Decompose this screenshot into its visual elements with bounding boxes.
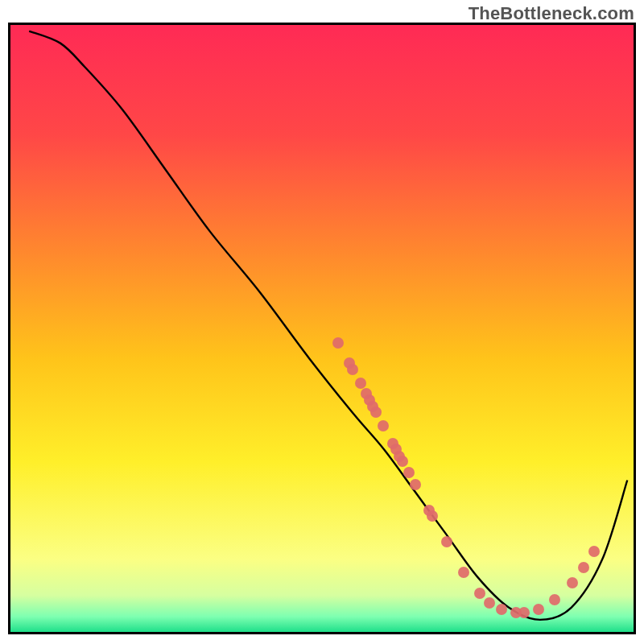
highlight-marker [332, 337, 344, 349]
highlight-marker [484, 597, 495, 609]
highlight-marker [355, 378, 366, 389]
highlight-marker [427, 510, 438, 522]
highlight-marker [397, 456, 408, 467]
highlight-marker [578, 562, 589, 573]
highlight-marker [347, 364, 358, 375]
highlight-marker [441, 536, 452, 547]
highlight-marker [567, 577, 578, 588]
chart-frame: TheBottleneck.com [0, 0, 644, 644]
highlight-marker [496, 604, 507, 615]
highlight-marker [370, 407, 382, 418]
highlight-marker [403, 467, 415, 478]
highlight-marker [410, 479, 421, 490]
highlight-marker [588, 546, 600, 557]
highlight-marker [458, 567, 469, 578]
plot-area [8, 23, 636, 634]
highlight-marker [518, 607, 530, 618]
plot-svg [10, 25, 634, 632]
gradient-background [10, 25, 634, 632]
attribution-text: TheBottleneck.com [469, 3, 634, 24]
highlight-marker [474, 588, 485, 599]
highlight-marker [378, 420, 389, 431]
highlight-marker [533, 604, 544, 615]
highlight-marker [549, 594, 560, 605]
